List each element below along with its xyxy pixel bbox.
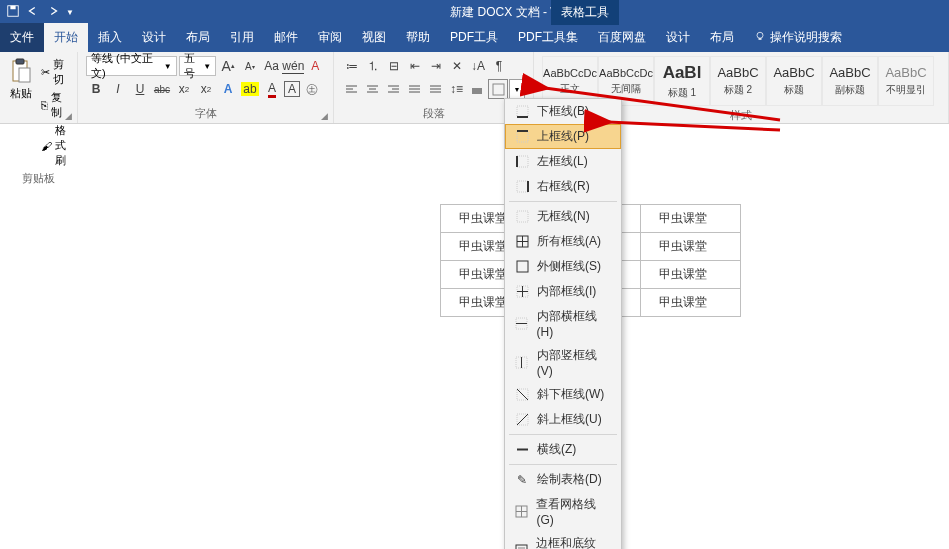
strikethrough-button[interactable]: abc xyxy=(152,79,172,99)
border-inside-h-item[interactable]: 内部横框线(H) xyxy=(505,304,621,343)
border-inside-v-item[interactable]: 内部竖框线(V) xyxy=(505,343,621,382)
sort-button[interactable]: ↓A xyxy=(468,56,488,76)
style-heading2[interactable]: AaBbC标题 2 xyxy=(710,56,766,106)
phonetic-guide-button[interactable]: wén xyxy=(283,56,303,76)
draw-table-item[interactable]: ✎绘制表格(D) xyxy=(505,467,621,492)
tab-references[interactable]: 引用 xyxy=(220,23,264,52)
table-cell[interactable]: 甲虫课堂 xyxy=(641,205,741,233)
redo-icon[interactable] xyxy=(46,4,60,21)
border-left-item[interactable]: 左框线(L) xyxy=(505,149,621,174)
show-marks-button[interactable]: ¶ xyxy=(489,56,509,76)
item-label: 左框线(L) xyxy=(537,153,588,170)
tab-pdf-tool[interactable]: PDF工具 xyxy=(440,23,508,52)
tab-table-design[interactable]: 设计 xyxy=(656,23,700,52)
numbering-button[interactable]: ⒈ xyxy=(363,56,383,76)
font-expand-icon[interactable]: ◢ xyxy=(321,111,331,121)
table-cell[interactable]: 甲虫课堂 xyxy=(641,233,741,261)
character-border-button[interactable]: A xyxy=(284,81,300,97)
context-tab-table-tools: 表格工具 xyxy=(551,0,619,25)
save-icon[interactable] xyxy=(6,4,20,21)
align-distributed-button[interactable] xyxy=(426,79,446,99)
tab-insert[interactable]: 插入 xyxy=(88,23,132,52)
bullets-button[interactable]: ≔ xyxy=(342,56,362,76)
border-all-item[interactable]: 所有框线(A) xyxy=(505,229,621,254)
font-name-selector[interactable]: 等线 (中文正文)▼ xyxy=(86,56,177,76)
border-top-item[interactable]: 上框线(P) xyxy=(505,124,621,149)
tab-home[interactable]: 开始 xyxy=(44,23,88,52)
bold-button[interactable]: B xyxy=(86,79,106,99)
svg-rect-3 xyxy=(759,38,762,40)
style-subtitle[interactable]: AaBbC副标题 xyxy=(822,56,878,106)
multilevel-button[interactable]: ⊟ xyxy=(384,56,404,76)
font-color-button[interactable]: A xyxy=(262,79,282,99)
text-effects-button[interactable]: A xyxy=(218,79,238,99)
grid-icon xyxy=(515,505,528,519)
border-outside-item[interactable]: 外侧框线(S) xyxy=(505,254,621,279)
align-justify-button[interactable] xyxy=(405,79,425,99)
copy-label: 复制 xyxy=(51,90,66,120)
tell-me-search[interactable]: 操作说明搜索 xyxy=(744,23,852,52)
cut-label: 剪切 xyxy=(53,57,66,87)
pencil-icon: ✎ xyxy=(515,473,529,487)
font-size-selector[interactable]: 五号▼ xyxy=(179,56,217,76)
align-left-button[interactable] xyxy=(342,79,362,99)
item-label: 外侧框线(S) xyxy=(537,258,601,275)
style-heading1[interactable]: AaBl标题 1 xyxy=(654,56,710,106)
borders-button[interactable] xyxy=(488,79,508,99)
decrease-indent-button[interactable]: ⇤ xyxy=(405,56,425,76)
align-center-button[interactable] xyxy=(363,79,383,99)
cut-button[interactable]: ✂剪切 xyxy=(38,56,69,88)
table-cell[interactable]: 甲虫课堂 xyxy=(641,261,741,289)
clipboard-group-label: 剪贴板 xyxy=(8,169,69,186)
clipboard-expand-icon[interactable]: ◢ xyxy=(65,111,75,121)
view-gridlines-item[interactable]: 查看网格线(G) xyxy=(505,492,621,531)
svg-rect-23 xyxy=(493,84,504,95)
tab-layout[interactable]: 布局 xyxy=(176,23,220,52)
tab-review[interactable]: 审阅 xyxy=(308,23,352,52)
borders-shading-item[interactable]: 边框和底纹(O)... xyxy=(505,531,621,549)
border-diag-down-item[interactable]: 斜下框线(W) xyxy=(505,382,621,407)
tab-mail[interactable]: 邮件 xyxy=(264,23,308,52)
border-none-item[interactable]: 无框线(N) xyxy=(505,204,621,229)
shading-button[interactable] xyxy=(467,79,487,99)
paste-button[interactable]: 粘贴 xyxy=(8,56,34,169)
decrease-font-button[interactable]: A▾ xyxy=(240,56,260,76)
tab-baidu[interactable]: 百度网盘 xyxy=(588,23,656,52)
tab-pdf-set[interactable]: PDF工具集 xyxy=(508,23,588,52)
tab-design[interactable]: 设计 xyxy=(132,23,176,52)
align-right-button[interactable] xyxy=(384,79,404,99)
underline-button[interactable]: U xyxy=(130,79,150,99)
border-bottom-item[interactable]: 下框线(B) xyxy=(505,99,621,124)
border-inside-item[interactable]: 内部框线(I) xyxy=(505,279,621,304)
tab-file[interactable]: 文件 xyxy=(0,23,44,52)
format-painter-button[interactable]: 🖌格式刷 xyxy=(38,122,69,169)
tab-help[interactable]: 帮助 xyxy=(396,23,440,52)
borders-dropdown-trigger[interactable]: ▼ xyxy=(509,79,525,99)
border-top-icon xyxy=(515,130,529,144)
highlight-button[interactable]: ab xyxy=(240,79,260,99)
table-cell[interactable]: 甲虫课堂 xyxy=(641,289,741,317)
increase-font-button[interactable]: A▴ xyxy=(218,56,238,76)
clear-format-button[interactable]: A xyxy=(305,56,325,76)
enclose-char-button[interactable]: ㊏ xyxy=(302,79,322,99)
horizontal-line-item[interactable]: 横线(Z) xyxy=(505,437,621,462)
style-subtle-emphasis[interactable]: AaBbC不明显引 xyxy=(878,56,934,106)
subscript-button[interactable]: x2 xyxy=(174,79,194,99)
italic-button[interactable]: I xyxy=(108,79,128,99)
tab-view[interactable]: 视图 xyxy=(352,23,396,52)
style-sample: AaBbC xyxy=(717,65,758,80)
change-case-button[interactable]: Aa xyxy=(262,56,282,76)
superscript-button[interactable]: x2 xyxy=(196,79,216,99)
tab-table-layout[interactable]: 布局 xyxy=(700,23,744,52)
border-right-item[interactable]: 右框线(R) xyxy=(505,174,621,199)
undo-icon[interactable] xyxy=(26,4,40,21)
line-spacing-button[interactable]: ↕≡ xyxy=(446,79,466,99)
border-diag-up-item[interactable]: 斜上框线(U) xyxy=(505,407,621,432)
asian-layout-button[interactable]: ✕ xyxy=(447,56,467,76)
document-area[interactable]: 甲虫课堂甲虫课堂 甲虫课堂甲虫课堂 甲虫课堂甲虫课堂 甲虫课堂甲虫课堂 xyxy=(356,124,916,544)
increase-indent-button[interactable]: ⇥ xyxy=(426,56,446,76)
style-title[interactable]: AaBbC标题 xyxy=(766,56,822,106)
qat-dropdown-icon[interactable]: ▼ xyxy=(66,8,74,17)
group-clipboard: 粘贴 ✂剪切 ⎘复制 🖌格式刷 剪贴板 ◢ xyxy=(0,52,78,123)
svg-rect-6 xyxy=(19,68,30,82)
